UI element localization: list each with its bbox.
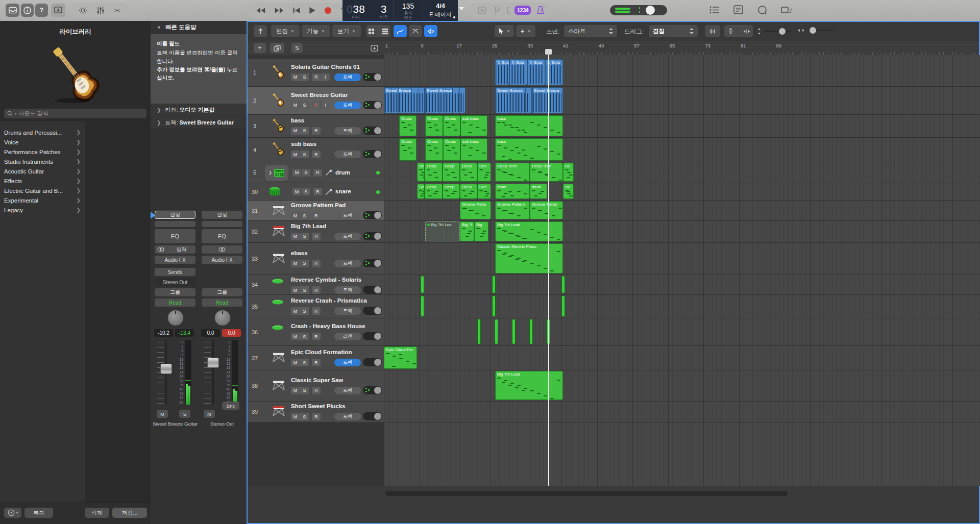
region-clip[interactable]: Deep (460, 163, 477, 182)
track-on-toggle[interactable] (363, 358, 382, 366)
pointer-tool-menu[interactable]: ▼ (495, 25, 514, 37)
track-r-button[interactable]: R (312, 260, 321, 267)
strip-mute-button[interactable]: M (204, 410, 215, 418)
region-clip[interactable]: Crunc (399, 115, 416, 136)
region-clip[interactable]: De (563, 184, 574, 199)
region-clip[interactable]: Big 7t (460, 221, 474, 241)
list-editor-icon[interactable] (709, 6, 720, 14)
track-r-button[interactable]: R (312, 233, 321, 240)
library-category-studio-instruments[interactable]: Studio Instruments❯ (0, 157, 85, 166)
region-row-39[interactable] (384, 402, 980, 422)
region-clip[interactable]: Crunc (443, 138, 460, 161)
region-clip[interactable]: De (563, 163, 574, 182)
strip-settings-button[interactable]: 설정 (155, 211, 195, 219)
region-clip[interactable]: Crunc (399, 138, 416, 161)
strip-pan-value[interactable]: -13.4 (175, 329, 194, 337)
track-on-toggle[interactable] (363, 307, 382, 315)
go-to-start-button[interactable] (292, 7, 301, 14)
track-m-button[interactable]: M (292, 169, 302, 177)
grid-view-icon[interactable] (366, 28, 377, 35)
lcd-chevron-icon[interactable] (459, 7, 464, 10)
lcd-signature[interactable]: 4/4 E 메이저 (423, 0, 458, 21)
track-on-toggle[interactable] (363, 150, 382, 158)
region-clip[interactable]: De (417, 163, 425, 182)
fader-cap[interactable] (207, 358, 219, 368)
track-on-toggle[interactable] (363, 332, 382, 340)
flex-button[interactable] (424, 25, 437, 37)
hide-inspector-button[interactable] (254, 25, 267, 37)
lcd-tempo[interactable]: 135 유지 템포 (394, 0, 423, 21)
library-category-effects[interactable]: Effects❯ (0, 176, 85, 186)
region-clip[interactable] (492, 295, 496, 317)
track-header-31[interactable]: 31Groove Pattern PadMSR트랙 (248, 201, 384, 221)
region-clip[interactable]: ↻ Sola (509, 59, 527, 85)
track-m-button[interactable]: M (291, 212, 300, 219)
region-clip[interactable]: Deep (460, 184, 477, 199)
toolbar-toggle-icon[interactable] (51, 4, 65, 17)
library-category-voice[interactable]: Voice❯ (0, 137, 85, 147)
region-clip[interactable]: Deep (443, 163, 460, 182)
vertical-zoom-icon[interactable] (724, 28, 738, 35)
track-r-button[interactable]: R (312, 212, 321, 219)
strip-automation-button[interactable]: Read (202, 298, 242, 307)
strip-solo-button[interactable]: S (179, 410, 190, 418)
vertical-zoom-knob[interactable] (779, 28, 786, 35)
track-header-3[interactable]: 3bassMSR트랙 (248, 115, 384, 138)
snap-select[interactable]: 스마트 (564, 25, 617, 37)
play-button[interactable] (309, 7, 316, 14)
region-row-36[interactable] (384, 318, 980, 346)
region-clip[interactable]: Groove Patte (460, 201, 491, 219)
track-s-button[interactable]: S (300, 127, 309, 135)
region-clip[interactable]: Classic Electric Piano (495, 243, 563, 273)
track-m-button[interactable]: M (291, 413, 300, 420)
track-r-button[interactable]: R (312, 413, 321, 420)
track-on-toggle[interactable] (363, 127, 382, 135)
track-header-30[interactable]: 30MSRsnare (248, 183, 384, 201)
track-mode-button[interactable]: 트랙 (334, 212, 361, 219)
strip-automation-button[interactable]: Read (155, 298, 195, 307)
strip-group-button[interactable]: 그룹 (155, 288, 195, 296)
track-header-38[interactable]: 38Classic Super SawMSR트랙 (248, 370, 384, 402)
region-clip[interactable]: Crunc (443, 115, 460, 136)
rows-view-icon[interactable] (380, 28, 390, 35)
help-icon[interactable]: ? (35, 4, 48, 17)
strip-volume-value[interactable]: 0.0 (201, 329, 220, 337)
region-clip[interactable]: Big 7th Lead (495, 221, 563, 241)
track-mode-button[interactable]: 리전 (334, 333, 361, 340)
x-icon[interactable] (478, 7, 486, 14)
mixer-icon[interactable] (96, 6, 105, 15)
region-clip[interactable] (477, 319, 481, 344)
region-clip[interactable]: Deep Tech (530, 163, 563, 182)
strip-volume-value[interactable]: -10.2 (154, 329, 173, 337)
strip-output-button[interactable]: Stereo Out (155, 278, 195, 286)
region-row-31[interactable]: Groove PatteGroove PatternGroove Patter (384, 201, 980, 221)
strip-pan-knob[interactable] (167, 310, 184, 326)
region-clip[interactable]: Big (474, 221, 488, 241)
tuning-fork-icon[interactable] (494, 6, 500, 14)
track-r-button[interactable]: R (312, 333, 321, 340)
track-on-toggle[interactable] (363, 101, 382, 109)
region-row-34[interactable] (384, 275, 980, 295)
track-on-toggle[interactable] (363, 259, 382, 267)
view-menu[interactable]: 보기▼ (332, 25, 361, 37)
region-clip[interactable] (492, 276, 496, 293)
track-header-34[interactable]: 34Reverse Cymbal - SolarisMSR트랙 (248, 275, 384, 295)
region-row-2[interactable]: Sweet BreezeSweet BreezeSweet BreezeSwee… (384, 87, 980, 115)
track-s-button[interactable]: S (302, 188, 311, 195)
crossfade-button[interactable] (409, 25, 422, 37)
automation-button[interactable] (394, 25, 407, 37)
track-header-32[interactable]: 32Big 7th LeadMSR트랙 (248, 221, 384, 243)
strip-audiofx-button[interactable]: Audio FX (155, 256, 195, 264)
strip-mute-button[interactable]: M (157, 410, 168, 418)
track-on-toggle[interactable] (363, 386, 382, 394)
playhead-handle[interactable] (545, 49, 552, 55)
track-mode-button[interactable]: 트랙 (334, 127, 361, 135)
track-m-button[interactable]: M (291, 286, 300, 294)
revert-button[interactable]: 복귀 (24, 508, 53, 518)
region-row-4[interactable]: CruncCruncCruncsub bassbass (384, 138, 980, 162)
tray-icon[interactable] (6, 4, 19, 17)
track-s-button[interactable]: S (300, 233, 309, 240)
strip-audiofx-button[interactable]: Audio FX (202, 256, 242, 264)
info-icon[interactable] (21, 4, 34, 17)
region-clip[interactable]: Dee (477, 163, 491, 182)
